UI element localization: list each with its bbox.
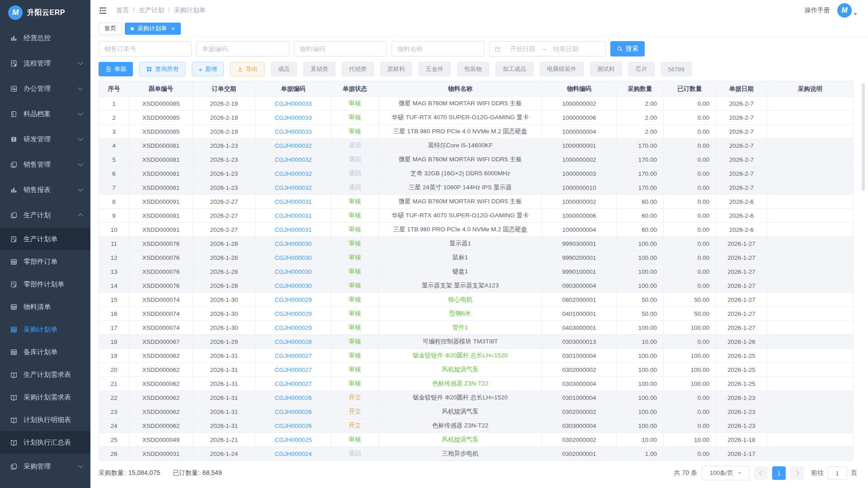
cell-doc-link[interactable]: CGJH000029 <box>255 321 331 335</box>
user-avatar[interactable]: M <box>837 3 852 18</box>
start-date-input[interactable] <box>505 45 541 53</box>
table-row[interactable]: 16 XSDD000074 2026-1-30 CGJH000029 审核 型钢… <box>99 307 854 321</box>
material-code-input[interactable] <box>294 41 387 56</box>
category-chip[interactable]: 测试料 <box>590 62 622 76</box>
sidebar-menu-item[interactable]: 销售报表 <box>0 177 90 202</box>
table-row[interactable]: 25 XSDD000049 2026-1-21 CGJH000025 审核 风机… <box>99 433 854 447</box>
category-chip[interactable]: 原材料 <box>380 62 412 76</box>
table-row[interactable]: 23 XSDD000062 2026-1-31 CGJH000026 开立 风机… <box>99 405 854 419</box>
cell-doc-link[interactable]: CGJH000030 <box>255 251 331 265</box>
material-name-input[interactable] <box>392 41 485 56</box>
cell-doc-link[interactable]: CGJH000031 <box>255 223 331 237</box>
tab-home[interactable]: 首页 <box>99 23 122 35</box>
table-row[interactable]: 19 XSDD000062 2026-1-31 CGJH000027 审核 钣金… <box>99 349 854 363</box>
query-all-button[interactable]: 查询所有 <box>139 62 185 76</box>
date-range-picker[interactable]: – <box>489 41 606 56</box>
sidebar-menu-item[interactable]: 采购计划单 <box>0 318 90 341</box>
table-row[interactable]: 3 XSDD000085 2026-2-19 CGJH000033 审核 三星 … <box>99 125 854 139</box>
sidebar-menu-item[interactable]: 经营总控 <box>0 25 90 51</box>
category-chip[interactable]: 代销类 <box>342 62 374 76</box>
page-size-select[interactable]: 100条/页 <box>702 466 750 480</box>
sidebar-menu-item[interactable]: 采购管理 <box>0 454 90 479</box>
table-row[interactable]: 17 XSDD000074 2026-1-30 CGJH000029 审核 管件… <box>99 321 854 335</box>
category-chip[interactable]: 成品 <box>271 62 297 76</box>
sales-order-input[interactable] <box>99 41 192 56</box>
sidebar-menu-item[interactable]: 生产计划单 <box>0 228 90 250</box>
search-button[interactable]: 搜索 <box>610 41 645 56</box>
prev-page-button[interactable] <box>754 466 768 480</box>
manual-link[interactable]: 操作手册 <box>805 6 830 14</box>
page-1-button[interactable]: 1 <box>772 466 786 480</box>
next-page-button[interactable] <box>790 466 804 480</box>
cell-doc-link[interactable]: CGJH000032 <box>255 153 331 167</box>
doc-code-input[interactable] <box>196 41 289 56</box>
sidebar-menu-item[interactable]: 料品档案 <box>0 101 90 127</box>
sidebar-menu-item[interactable]: 计划执行明细表 <box>0 408 90 431</box>
table-row[interactable]: 5 XSDD000081 2026-1-23 CGJH000032 退回 微星 … <box>99 153 854 167</box>
sidebar-menu-item[interactable]: 办公管理 <box>0 76 90 101</box>
cell-doc-link[interactable]: CGJH000028 <box>255 335 331 349</box>
table-row[interactable]: 11 XSDD000076 2026-1-28 CGJH000030 审核 显示… <box>99 237 854 251</box>
cell-doc-link[interactable]: CGJH000033 <box>255 125 331 139</box>
sidebar-menu-item[interactable]: 零部件计划单 <box>0 273 90 296</box>
cell-doc-link[interactable]: CGJH000025 <box>255 433 331 447</box>
sidebar-menu-item[interactable]: 采购计划需求表 <box>0 386 90 408</box>
cell-doc-link[interactable]: CGJH000032 <box>255 181 331 195</box>
cell-doc-link[interactable]: CGJH000026 <box>255 405 331 419</box>
cell-doc-link[interactable]: CGJH000033 <box>255 97 331 111</box>
sidebar-menu-item[interactable]: 计划执行汇总表 <box>0 431 90 454</box>
table-row[interactable]: 15 XSDD000074 2026-1-30 CGJH000029 审核 核心… <box>99 293 854 307</box>
category-chip[interactable]: 加工成品 <box>495 62 533 76</box>
cell-doc-link[interactable]: CGJH000029 <box>255 293 331 307</box>
add-button[interactable]: + 新增 <box>192 62 224 76</box>
cell-doc-link[interactable]: CGJH000026 <box>255 391 331 405</box>
cell-doc-link[interactable]: CGJH000027 <box>255 349 331 363</box>
cell-doc-link[interactable]: CGJH000031 <box>255 195 331 209</box>
export-button[interactable]: 导出 <box>230 62 264 76</box>
table-row[interactable]: 9 XSDD000091 2026-2-27 CGJH000031 审核 华硕 … <box>99 209 854 223</box>
table-row[interactable]: 24 XSDD000062 2026-1-31 CGJH000026 开立 色标… <box>99 419 854 433</box>
cell-doc-link[interactable]: CGJH000033 <box>255 111 331 125</box>
breadcrumb-item[interactable]: 采购计划单 <box>174 6 206 14</box>
table-row[interactable]: 13 XSDD000076 2026-1-28 CGJH000030 审核 键盘… <box>99 265 854 279</box>
table-row[interactable]: 10 XSDD000091 2026-2-27 CGJH000031 审核 三星… <box>99 223 854 237</box>
sidebar-menu-item[interactable]: 车间设置 <box>0 479 90 488</box>
docs-button[interactable]: 单据 <box>99 62 133 76</box>
table-row[interactable]: 2 XSDD000085 2026-2-19 CGJH000033 审核 华硕 … <box>99 111 854 125</box>
table-row[interactable]: 12 XSDD000076 2026-1-28 CGJH000030 审核 鼠标… <box>99 251 854 265</box>
breadcrumb-item[interactable]: 首页 <box>116 6 139 14</box>
goto-page-input[interactable] <box>827 466 847 480</box>
cell-doc-link[interactable]: CGJH000026 <box>255 419 331 433</box>
cell-doc-link[interactable]: CGJH000027 <box>255 363 331 377</box>
sidebar-menu-item[interactable]: 生产计划需求表 <box>0 363 90 386</box>
category-chip[interactable]: 芯片 <box>628 62 655 76</box>
cell-doc-link[interactable]: CGJH000024 <box>255 447 331 461</box>
table-row[interactable]: 14 XSDD000076 2026-1-28 CGJH000030 审核 显示… <box>99 279 854 293</box>
table-row[interactable]: 4 XSDD000081 2026-1-23 CGJH000032 退回 英特尔… <box>99 139 854 153</box>
category-chip[interactable]: 五金件 <box>419 62 451 76</box>
cell-doc-link[interactable]: CGJH000030 <box>255 265 331 279</box>
sidebar-menu-item[interactable]: 研发管理 <box>0 127 90 152</box>
category-chip[interactable]: 56789 <box>661 62 692 76</box>
table-row[interactable]: 22 XSDD000062 2026-1-31 CGJH000026 开立 钣金… <box>99 391 854 405</box>
category-chip[interactable]: 直销类 <box>303 62 335 76</box>
sidebar-menu-item[interactable]: 生产计划 <box>0 202 90 228</box>
collapse-sidebar-icon[interactable] <box>99 7 107 14</box>
category-chip[interactable]: 电脑组装件 <box>540 62 584 76</box>
cell-doc-link[interactable]: CGJH000030 <box>255 279 331 293</box>
sidebar-menu-item[interactable]: 物料清单 <box>0 296 90 318</box>
table-row[interactable]: 26 XSDD000031 2026-1-24 CGJH000024 退回 三相… <box>99 447 854 461</box>
cell-doc-link[interactable]: CGJH000032 <box>255 167 331 181</box>
cell-doc-link[interactable]: CGJH000027 <box>255 377 331 391</box>
table-row[interactable]: 8 XSDD000091 2026-2-27 CGJH000031 审核 微星 … <box>99 195 854 209</box>
sidebar-menu-item[interactable]: 备库计划单 <box>0 341 90 363</box>
cell-doc-link[interactable]: CGJH000031 <box>255 209 331 223</box>
end-date-input[interactable] <box>547 45 584 53</box>
table-row[interactable]: 20 XSDD000062 2026-1-31 CGJH000027 审核 风机… <box>99 363 854 377</box>
cell-doc-link[interactable]: CGJH000032 <box>255 139 331 153</box>
table-row[interactable]: 18 XSDD000067 2026-1-29 CGJH000028 审核 可编… <box>99 335 854 349</box>
sidebar-menu-item[interactable]: 零部件订单 <box>0 250 90 273</box>
category-chip[interactable]: 包装物 <box>457 62 489 76</box>
cell-doc-link[interactable]: CGJH000029 <box>255 307 331 321</box>
table-row[interactable]: 21 XSDD000062 2026-1-31 CGJH000027 审核 色标… <box>99 377 854 391</box>
